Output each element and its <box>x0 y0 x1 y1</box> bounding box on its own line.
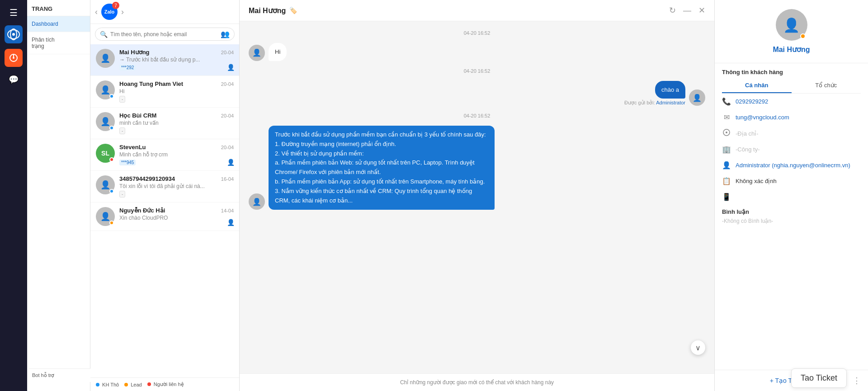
chat-item[interactable]: SL StevenLu 20-04 Minh cần hỗ trợ crm **… <box>90 139 239 171</box>
minimize-icon[interactable]: — <box>683 6 691 15</box>
assign-icon: 👤 <box>227 219 235 226</box>
chat-name: Học Bùi CRM <box>119 112 156 119</box>
scroll-down-button[interactable]: ∨ <box>691 340 705 355</box>
extra-icon: 📱 <box>722 193 731 201</box>
legend-item-contact: Người liên hệ <box>147 382 184 387</box>
tag-icon: 🏷️ <box>289 7 297 14</box>
zalo-badge-count: 7 <box>112 2 119 9</box>
chat-info: 34857944299120934 16-04 Tôi xin lỗi vì t… <box>119 175 234 198</box>
message-sender: Được gửi bởi: Administrator <box>624 100 685 106</box>
nav-back-arrow[interactable]: ‹ <box>95 7 98 17</box>
app-sidebar: ☰ 💬 <box>0 0 27 391</box>
zalo-badge[interactable]: Zalo 7 <box>101 4 118 20</box>
tao-ticket-label: Tao Ticket <box>791 368 847 388</box>
info-field-address: -Địa chỉ- <box>715 125 868 141</box>
chat-search[interactable]: 🔍 👥 <box>95 28 235 41</box>
tab-to-chuc[interactable]: Tổ chức <box>792 78 861 93</box>
message-avatar-outgoing: 👤 <box>689 90 705 106</box>
avatar-wrap: 👤 <box>96 207 115 226</box>
chat-item[interactable]: 👤 Học Bùi CRM 20-04 minh cần tư vấn - <box>90 108 239 139</box>
chat-item[interactable]: 👤 Mai Hương 20-04 → Trước khi bắt đầu sử… <box>90 44 239 76</box>
message-row-incoming: 👤 Hi <box>249 43 705 61</box>
phone-value[interactable]: 0292929292 <box>736 98 768 105</box>
chat-name: Hoang Tung Pham Viet <box>119 80 183 87</box>
message-timestamp: 04-20 16:52 <box>249 30 705 36</box>
chat-tag: - <box>119 191 125 198</box>
messages-area: 04-20 16:52 👤 Hi 04-20 16:52 👤 chào a Đư… <box>240 21 714 373</box>
company-icon: 🏢 <box>722 145 731 154</box>
message-row-outgoing: 👤 chào a Được gửi bởi: Administrator <box>249 81 705 106</box>
contact-name: Mai Hương <box>724 45 859 54</box>
chat-info: StevenLu 20-04 Minh cần hỗ trợ crm ***94… <box>119 144 234 166</box>
status-dot <box>109 94 114 99</box>
chat-preview: → Trước khi bắt đầu sử dụng p... <box>119 57 234 63</box>
more-options-icon[interactable]: ⋮ <box>853 376 861 386</box>
status-dot <box>109 157 114 162</box>
nav-dashboard[interactable] <box>5 49 23 67</box>
add-contact-icon[interactable]: 👥 <box>221 30 230 38</box>
status-dot <box>109 221 114 225</box>
panel-header: TRANG <box>27 0 90 16</box>
chat-item[interactable]: 👤 34857944299120934 16-04 Tôi xin lỗi vì… <box>90 171 239 203</box>
email-value[interactable]: tung@vngcloud.com <box>736 114 789 121</box>
chat-date: 20-04 <box>221 145 234 150</box>
info-field-extra: 📱 <box>715 189 868 205</box>
chat-info: Hoang Tung Pham Viet 20-04 Hi - <box>119 80 234 103</box>
search-icon: 🔍 <box>100 31 108 38</box>
info-field-company: 🏢 -Công ty- <box>715 141 868 157</box>
message-bubble-long: Trước khi bắt đầu sử dụng phần mềm bạn c… <box>269 126 495 210</box>
message-avatar: 👤 <box>249 45 265 61</box>
status-icon: 📋 <box>722 177 731 185</box>
info-field-status: 📋 Không xác định <box>715 173 868 189</box>
contacts-panel: TRANG Dashboard Phân tíchtrạng Bot hỗ tr… <box>27 0 90 391</box>
chat-date: 14-04 <box>221 208 234 213</box>
panel-item-dashboard[interactable]: Dashboard <box>27 16 90 32</box>
sender-link[interactable]: Administrator <box>656 100 685 105</box>
person-icon: 👤 <box>722 161 731 170</box>
legend-bar: KH Thô Lead Người liên hệ <box>90 377 239 391</box>
nav-chat[interactable]: 💬 <box>5 71 23 89</box>
chat-preview: Hi <box>119 88 234 94</box>
comment-section: Bình luận -Không có Bình luận- <box>715 205 868 370</box>
message-timestamp: 04-20 16:52 <box>249 113 705 118</box>
bot-support-item[interactable]: Bot hỗ trợ <box>28 368 90 382</box>
chat-preview: Xin chào CloudPRO <box>119 215 234 221</box>
legend-item-kh-tho: KH Thô <box>96 382 119 387</box>
address-icon <box>722 129 731 138</box>
svg-point-4 <box>13 57 14 59</box>
info-field-phone: 📞 0292929292 <box>715 94 868 109</box>
chat-tag: - <box>119 127 125 134</box>
chat-date: 20-04 <box>221 50 234 55</box>
tab-ca-nhan[interactable]: Cá nhân <box>722 78 792 93</box>
comment-section-label: Bình luận <box>722 208 861 215</box>
chat-preview: minh cần tư vấn <box>119 120 234 126</box>
chat-item[interactable]: 👤 Nguyễn Đức Hải 14-04 Xin chào CloudPRO… <box>90 203 239 231</box>
chat-tag: - <box>119 96 125 103</box>
chat-list-panel: ‹ Zalo 7 › 🔍 👥 👤 Mai Hương 20-04 → Trước… <box>90 0 240 391</box>
avatar-wrap: 👤 <box>96 49 115 68</box>
chat-info: Nguyễn Đức Hải 14-04 Xin chào CloudPRO <box>119 207 234 221</box>
search-input[interactable] <box>110 31 218 38</box>
chat-preview: Tôi xin lỗi vì tôi đã phải gửi cái nà... <box>119 183 234 189</box>
refresh-icon[interactable]: ↻ <box>669 5 676 15</box>
app-logo <box>5 25 23 43</box>
avatar-wrap: 👤 <box>96 175 115 194</box>
nav-forward-arrow[interactable]: › <box>121 7 124 17</box>
panel-item-analytics[interactable]: Phân tíchtrạng <box>27 32 90 54</box>
chat-header: Mai Hương 🏷️ ↻ — ✕ <box>240 0 714 21</box>
assign-icon: 👤 <box>227 64 235 71</box>
chat-name: Nguyễn Đức Hải <box>119 207 165 214</box>
chat-info: Mai Hương 20-04 → Trước khi bắt đầu sử d… <box>119 49 234 71</box>
message-avatar: 👤 <box>249 193 265 210</box>
chat-footer: Chỉ những người được giao mới có thể cha… <box>240 373 714 391</box>
svg-point-7 <box>726 132 727 133</box>
message-timestamp: 04-20 16:52 <box>249 68 705 74</box>
chat-date: 20-04 <box>221 113 234 118</box>
chat-item[interactable]: 👤 Hoang Tung Pham Viet 20-04 Hi - <box>90 76 239 108</box>
person-value[interactable]: Administrator (nghia.nguyen@onlinecrm.vn… <box>736 162 850 169</box>
chat-name: Mai Hương <box>119 49 150 56</box>
close-icon[interactable]: ✕ <box>698 5 705 15</box>
chat-header-name: Mai Hương 🏷️ <box>249 6 297 15</box>
info-tabs: Cá nhân Tổ chức <box>722 78 861 94</box>
hamburger-menu[interactable]: ☰ <box>6 4 21 22</box>
